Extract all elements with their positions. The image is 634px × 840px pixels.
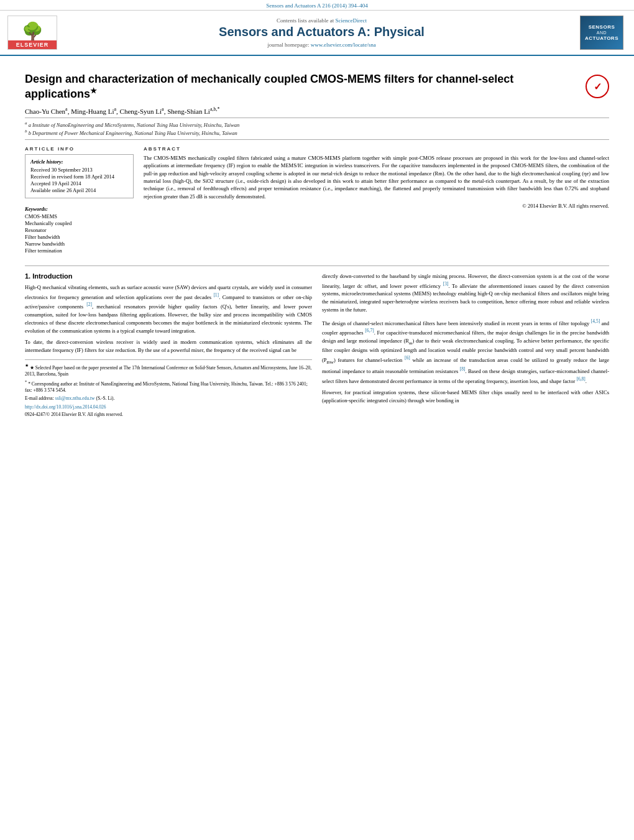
intro-text: High-Q mechanical vibrating elements, su… (25, 284, 312, 354)
info-abstract-section: ARTICLE INFO Article history: Received 3… (25, 146, 609, 257)
left-column: ARTICLE INFO Article history: Received 3… (25, 146, 134, 257)
keyword-6: Filter termination (25, 247, 134, 254)
article-info-label: ARTICLE INFO (25, 146, 134, 152)
article-info-box: Article history: Received 30 September 2… (25, 154, 134, 198)
history-title: Article history: (30, 159, 128, 165)
sensors-logo: SENSORSANDACTUATORS (580, 16, 627, 50)
crossmark-logo: ✓ (586, 75, 609, 98)
elsevier-label: ELSEVIER (8, 40, 57, 49)
elsevier-logo-img: 🌳 ELSEVIER (7, 16, 57, 50)
doi-line[interactable]: http://dx.doi.org/10.1016/j.sna.2014.04.… (25, 404, 312, 411)
page: Sensors and Actuators A 216 (2014) 394–4… (0, 0, 634, 840)
right-para-3: However, for practical integration syste… (322, 389, 609, 405)
header-section: 🌳 ELSEVIER Contents lists available at S… (0, 11, 634, 56)
keywords-box: Keywords: CMOS-MEMS Mechanically coupled… (25, 203, 134, 257)
sensors-label: SENSORSANDACTUATORS (585, 24, 618, 41)
intro-para-2: To date, the direct-conversion wireless … (25, 338, 312, 354)
cite-6-7: [6,7] (365, 328, 374, 333)
elsevier-logo: 🌳 ELSEVIER (7, 16, 63, 50)
section-divider (25, 265, 609, 266)
footnote-email: E-mail address: ssli@mx.nthu.edu.tw (S.-… (25, 395, 312, 402)
available-date: Available online 26 April 2014 (30, 187, 128, 193)
contents-text: Contents lists available at (277, 17, 334, 24)
body-section: 1. Introduction High-Q mechanical vibrat… (25, 272, 609, 418)
footnotes-section: ★ ★ Selected Paper based on the paper pr… (25, 359, 312, 418)
star-icon: ★ (90, 86, 97, 95)
cite-2: [2] (86, 302, 92, 307)
issn-line: 0924-4247/© 2014 Elsevier B.V. All right… (25, 412, 312, 418)
abstract-text: The CMOS-MEMS mechanically coupled filte… (144, 154, 609, 200)
copyright: © 2014 Elsevier B.V. All rights reserved… (144, 203, 609, 209)
right-para-1: directly down-converted to the baseband … (322, 272, 609, 314)
article-title: Design and characterization of mechanica… (25, 72, 579, 102)
keyword-5: Narrow bandwidth (25, 241, 134, 247)
intro-para-1: High-Q mechanical vibrating elements, su… (25, 284, 312, 335)
journal-homepage: journal homepage: www.elsevier.com/locat… (70, 42, 574, 48)
keyword-1: CMOS-MEMS (25, 213, 134, 219)
journal-citation: Sensors and Actuators A 216 (2014) 394–4… (266, 2, 368, 9)
cite-6-8: [6,8] (576, 376, 585, 382)
elsevier-tree-icon: 🌳 (22, 23, 44, 40)
article-title-section: Design and characterization of mechanica… (25, 72, 609, 102)
footnote-2: * * Corresponding author at: Institute o… (25, 379, 312, 394)
cite-8: [8] (460, 366, 466, 372)
right-column: ABSTRACT The CMOS-MEMS mechanically coup… (144, 146, 609, 257)
journal-bar: Sensors and Actuators A 216 (2014) 394–4… (0, 0, 634, 11)
email-label: E-mail address: (25, 395, 55, 401)
contents-line: Contents lists available at ScienceDirec… (70, 17, 574, 24)
intro-heading: 1. Introduction (25, 272, 312, 280)
abstract-label: ABSTRACT (144, 146, 609, 152)
keyword-4: Filter bandwidth (25, 234, 134, 240)
right-para-2: The design of channel-select micromechan… (322, 318, 609, 385)
cite-4-5: [4,5] (591, 318, 600, 324)
intro-text-right: directly down-converted to the baseband … (322, 272, 609, 405)
affiliation-a: a a Institute of NanoEngineering and Mic… (25, 121, 609, 128)
affiliations: a a Institute of NanoEngineering and Mic… (25, 118, 609, 140)
main-content: Design and characterization of mechanica… (0, 56, 634, 418)
sensors-logo-box: SENSORSANDACTUATORS (580, 16, 623, 50)
cite-1: [1] (213, 292, 219, 298)
authors: Chao-Yu Chena, Ming-Huang Lia, Cheng-Syu… (25, 108, 219, 115)
received-date: Received 30 September 2013 (30, 167, 128, 173)
accepted-date: Accepted 19 April 2014 (30, 180, 128, 187)
keyword-3: Resonator (25, 227, 134, 233)
authors-line: Chao-Yu Chena, Ming-Huang Lia, Cheng-Syu… (25, 107, 609, 116)
keyword-2: Mechanically coupled (25, 220, 134, 226)
body-col-right: directly down-converted to the baseband … (322, 272, 609, 418)
homepage-link[interactable]: www.elsevier.com/locate/sna (311, 42, 376, 48)
cite-6b: [6] (405, 355, 410, 361)
affiliation-b: b b Department of Power Mechanical Engin… (25, 129, 609, 136)
crossmark-icon: ✓ (594, 81, 602, 93)
cite-3: [3] (443, 281, 449, 287)
header-center: Contents lists available at ScienceDirec… (70, 17, 574, 48)
body-col-left: 1. Introduction High-Q mechanical vibrat… (25, 272, 312, 418)
journal-title: Sensors and Actuators A: Physical (70, 25, 574, 39)
keywords-title: Keywords: (25, 206, 134, 212)
sciencedirect-link[interactable]: ScienceDirect (336, 17, 367, 24)
footnote-1: ★ ★ Selected Paper based on the paper pr… (25, 362, 312, 378)
email-link[interactable]: ssli@mx.nthu.edu.tw (55, 395, 95, 401)
homepage-text: journal homepage: (267, 42, 309, 48)
revised-date: Received in revised form 18 April 2014 (30, 173, 128, 180)
